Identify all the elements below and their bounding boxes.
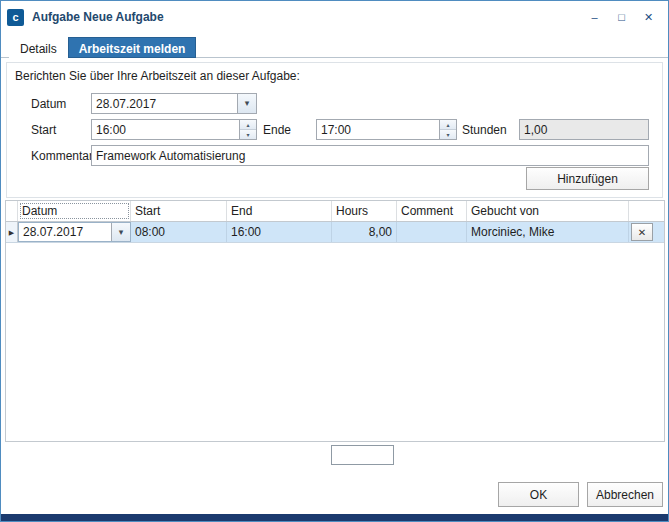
window-controls: – □ ✕ [581, 6, 662, 28]
column-header-start[interactable]: Start [131, 201, 227, 221]
row-end-cell[interactable]: 16:00 [227, 222, 332, 242]
datum-dropdown-button[interactable]: ▾ [237, 94, 256, 113]
delete-icon: ✕ [638, 227, 646, 238]
close-button[interactable]: ✕ [635, 6, 662, 28]
hinzufuegen-button[interactable]: Hinzufügen [526, 167, 649, 190]
row-datum-value: 28.07.2017 [19, 223, 111, 241]
ende-spin-up-button[interactable]: ▴ [440, 120, 456, 129]
grid-marker-header [6, 201, 18, 221]
stunden-value: 1,00 [520, 120, 648, 139]
instruction-text: Berichten Sie über Ihre Arbeitszeit an d… [15, 69, 300, 83]
dialog-window: c Aufgabe Neue Aufgabe – □ ✕ Details Arb… [0, 0, 669, 522]
abbrechen-button[interactable]: Abbrechen [587, 482, 663, 507]
kommentar-label: Kommentar [31, 149, 93, 163]
row-marker-cell: ▶ [6, 222, 18, 242]
column-header-comment[interactable]: Comment [397, 201, 467, 221]
kommentar-value: Framework Automatisierung [92, 146, 648, 165]
datum-label: Datum [31, 97, 66, 111]
grid-row[interactable]: ▶ 28.07.2017 ▾ 08:00 16:00 8,00 Morcinie… [6, 222, 664, 243]
stunden-field: 1,00 [519, 119, 649, 140]
maximize-button[interactable]: □ [608, 6, 635, 28]
ende-field[interactable]: 17:00 ▴ ▾ [316, 119, 457, 140]
start-value: 16:00 [92, 120, 239, 139]
kommentar-field[interactable]: Framework Automatisierung [91, 145, 649, 166]
ende-label: Ende [263, 123, 291, 137]
chevron-up-icon: ▴ [446, 122, 449, 128]
ende-spin-down-button[interactable]: ▾ [440, 129, 456, 139]
start-spin-up-button[interactable]: ▴ [240, 120, 256, 129]
row-datum-dropdown-button[interactable]: ▾ [111, 223, 130, 241]
row-marker-icon: ▶ [9, 229, 14, 236]
delete-row-button[interactable]: ✕ [631, 223, 653, 241]
chevron-down-icon: ▾ [446, 132, 449, 138]
start-label: Start [31, 123, 56, 137]
row-start-cell[interactable]: 08:00 [131, 222, 227, 242]
chevron-down-icon: ▾ [246, 132, 249, 138]
window-title: Aufgabe Neue Aufgabe [32, 10, 164, 24]
chevron-up-icon: ▴ [246, 122, 249, 128]
datum-value: 28.07.2017 [92, 94, 237, 113]
row-gebucht-von-cell[interactable]: Morciniec, Mike [467, 222, 629, 242]
maximize-icon: □ [618, 11, 625, 23]
start-field[interactable]: 16:00 ▴ ▾ [91, 119, 257, 140]
worklog-grid: Datum Start End Hours Comment Gebucht vo… [5, 200, 665, 442]
tab-strip: Details Arbeitszeit melden [9, 37, 196, 58]
row-comment-cell[interactable] [397, 222, 467, 242]
minimize-icon: – [591, 11, 597, 23]
column-header-end[interactable]: End [227, 201, 332, 221]
column-header-filler [629, 201, 664, 221]
row-datum-cell[interactable]: 28.07.2017 ▾ [18, 222, 131, 242]
ende-spinner: ▴ ▾ [439, 120, 456, 139]
app-icon: c [7, 9, 24, 26]
stunden-label: Stunden [462, 123, 507, 137]
minimize-button[interactable]: – [581, 6, 608, 28]
row-hours-cell[interactable]: 8,00 [332, 222, 397, 242]
close-icon: ✕ [644, 11, 653, 24]
column-header-datum[interactable]: Datum [18, 201, 131, 221]
grid-header: Datum Start End Hours Comment Gebucht vo… [6, 201, 664, 222]
ende-value: 17:00 [317, 120, 439, 139]
empty-editor-box[interactable] [331, 445, 394, 465]
app-icon-glyph: c [12, 11, 18, 23]
datum-field[interactable]: 28.07.2017 ▾ [91, 93, 257, 114]
chevron-down-icon: ▾ [245, 99, 250, 108]
bottom-border-strip [1, 514, 668, 521]
row-delete-cell: ✕ [629, 222, 664, 242]
start-spin-down-button[interactable]: ▾ [240, 129, 256, 139]
ok-button[interactable]: OK [498, 482, 579, 507]
column-header-hours[interactable]: Hours [332, 201, 397, 221]
column-header-gebucht-von[interactable]: Gebucht von [467, 201, 629, 221]
start-spinner: ▴ ▾ [239, 120, 256, 139]
titlebar[interactable]: c Aufgabe Neue Aufgabe – □ ✕ [1, 1, 668, 33]
tab-details[interactable]: Details [9, 37, 68, 58]
tab-arbeitszeit-melden[interactable]: Arbeitszeit melden [68, 37, 197, 58]
chevron-down-icon: ▾ [119, 228, 124, 237]
